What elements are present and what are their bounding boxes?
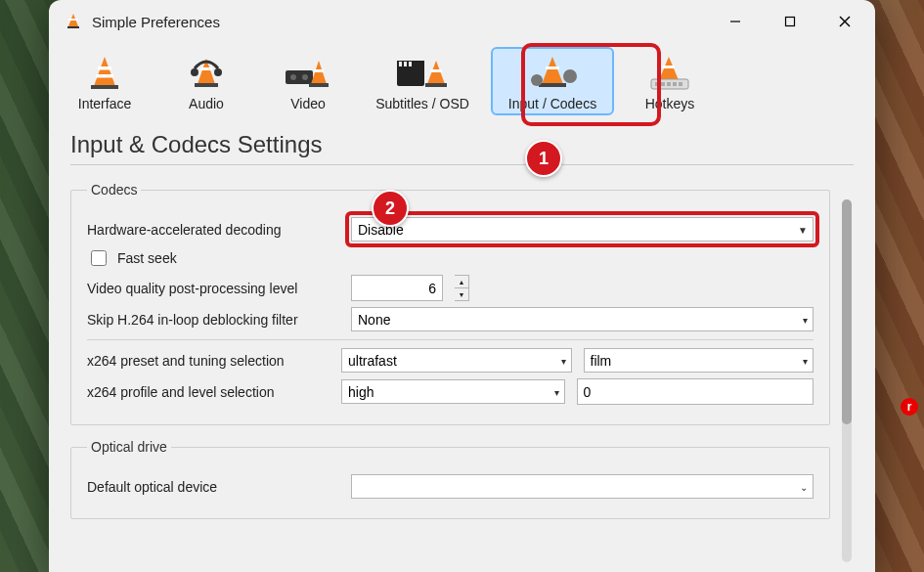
scrollbar-thumb[interactable]: [842, 199, 852, 424]
svg-rect-2: [67, 26, 79, 28]
svg-point-13: [191, 68, 198, 76]
tab-video[interactable]: Video: [262, 47, 354, 115]
cone-film-icon: [281, 53, 335, 92]
svg-rect-8: [98, 66, 111, 70]
arriva-logo-badge: r: [901, 398, 918, 416]
tab-label: Hotkeys: [645, 96, 695, 111]
page-title: Input & Codecs Settings: [70, 131, 854, 158]
svg-rect-16: [286, 70, 313, 84]
svg-rect-32: [539, 83, 566, 87]
svg-rect-20: [314, 69, 324, 72]
svg-rect-31: [546, 66, 559, 69]
minimize-button[interactable]: [713, 6, 758, 37]
preset-select[interactable]: ultrafast: [341, 348, 572, 373]
tab-label: Video: [290, 96, 326, 111]
divider: [70, 164, 854, 165]
app-icon: [65, 13, 82, 30]
tab-interface[interactable]: Interface: [59, 47, 151, 115]
svg-rect-21: [309, 83, 329, 87]
fast-seek-checkbox[interactable]: [91, 250, 107, 266]
close-button[interactable]: [822, 6, 867, 37]
svg-rect-12: [200, 67, 212, 70]
divider: [87, 339, 814, 340]
svg-rect-10: [91, 85, 118, 89]
svg-rect-41: [673, 82, 677, 86]
maximize-button[interactable]: [768, 6, 813, 37]
cone-icon: [77, 53, 132, 92]
svg-point-34: [563, 69, 577, 83]
tab-hotkeys[interactable]: Hotkeys: [624, 47, 716, 115]
category-tabs: Interface Audio Video Subtitles / OSD: [49, 43, 875, 115]
optical-legend: Optical drive: [87, 439, 171, 455]
scrollbar[interactable]: [842, 199, 852, 562]
fast-seek-label: Fast seek: [117, 250, 177, 266]
svg-rect-40: [667, 82, 671, 86]
svg-rect-36: [663, 66, 675, 68]
profile-label: x264 profile and level selection: [87, 384, 330, 400]
tab-label: Audio: [189, 96, 224, 111]
hw-decoding-select[interactable]: Disable: [351, 217, 814, 242]
vq-input[interactable]: [351, 275, 443, 301]
titlebar: Simple Preferences: [49, 0, 875, 43]
skip-select[interactable]: None: [351, 307, 814, 331]
vq-spinner[interactable]: ▲▼: [455, 275, 469, 301]
codecs-legend: Codecs: [87, 182, 141, 198]
svg-rect-29: [425, 83, 447, 87]
settings-scroll-area: Codecs Hardware-accelerated decoding Dis…: [70, 182, 830, 572]
hw-decoding-label: Hardware-accelerated decoding: [87, 222, 339, 238]
level-input[interactable]: [577, 378, 814, 405]
tab-audio[interactable]: Audio: [160, 47, 252, 115]
svg-rect-38: [655, 82, 659, 86]
svg-rect-9: [96, 74, 113, 78]
tab-label: Interface: [78, 96, 131, 111]
svg-rect-4: [786, 18, 795, 26]
tab-label: Input / Codecs: [508, 96, 596, 111]
svg-rect-26: [409, 62, 412, 66]
svg-rect-25: [404, 62, 407, 66]
svg-point-18: [302, 74, 308, 80]
cone-keyboard-icon: [642, 53, 697, 92]
preset-label: x264 preset and tuning selection: [87, 353, 330, 369]
profile-select[interactable]: high: [341, 379, 565, 404]
svg-marker-7: [94, 57, 115, 86]
svg-rect-39: [661, 82, 665, 86]
window-title: Simple Preferences: [92, 14, 220, 30]
tab-input-codecs[interactable]: Input / Codecs: [491, 47, 614, 115]
svg-point-17: [290, 74, 296, 80]
tuning-select[interactable]: film: [584, 348, 814, 373]
optical-default-label: Default optical device: [87, 479, 339, 495]
cone-gears-icon: [525, 53, 580, 92]
svg-marker-30: [542, 57, 563, 84]
tab-label: Subtitles / OSD: [375, 96, 469, 111]
svg-rect-24: [399, 62, 402, 66]
preferences-window: Simple Preferences Interface: [49, 0, 875, 572]
cone-board-icon: [395, 53, 450, 92]
svg-point-33: [531, 74, 543, 86]
vq-label: Video quality post-processing level: [87, 281, 339, 296]
svg-rect-42: [679, 82, 682, 86]
optical-group: Optical drive Default optical device ⌄: [70, 439, 830, 519]
svg-rect-28: [430, 69, 442, 72]
svg-rect-1: [68, 19, 78, 21]
optical-default-select[interactable]: [351, 474, 814, 499]
svg-point-14: [214, 68, 222, 76]
codecs-group: Codecs Hardware-accelerated decoding Dis…: [70, 182, 830, 425]
svg-rect-22: [397, 66, 424, 86]
cone-headphones-icon: [179, 53, 234, 92]
skip-label: Skip H.264 in-loop deblocking filter: [87, 312, 339, 328]
svg-rect-15: [195, 83, 218, 87]
tab-subtitles[interactable]: Subtitles / OSD: [364, 47, 481, 115]
